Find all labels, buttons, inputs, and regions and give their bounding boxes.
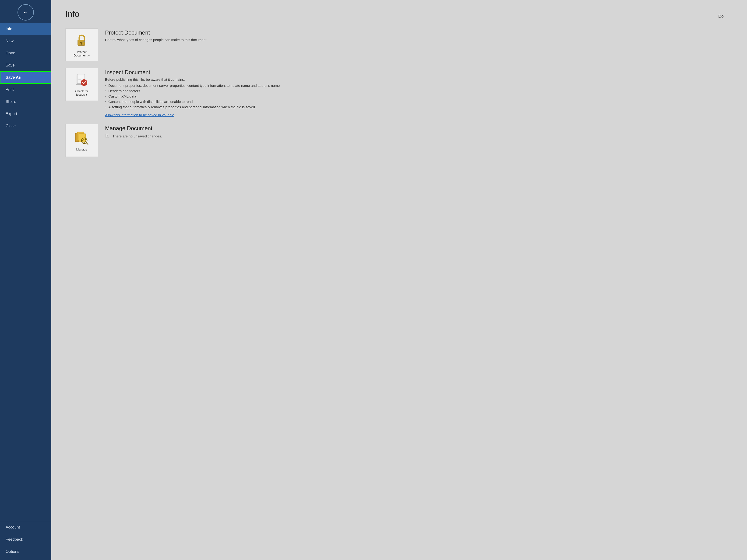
inspect-document-title: Inspect Document — [105, 69, 733, 76]
check-for-issues-button[interactable]: Check forIssues ▾ — [66, 68, 98, 101]
page-title: Info — [66, 9, 733, 19]
unsaved-text: There are no unsaved changes. — [112, 134, 162, 138]
svg-line-18 — [86, 143, 88, 144]
bullet-item-5: A setting that automatically removes pro… — [105, 104, 733, 110]
sidebar-item-options[interactable]: Options — [0, 545, 51, 558]
manage-document-content: Manage Document There are no unsaved cha… — [105, 124, 733, 139]
unsaved-status: There are no unsaved changes. — [105, 133, 733, 139]
inspect-document-card: Check forIssues ▾ Inspect Document Befor… — [66, 68, 733, 117]
sidebar-item-close[interactable]: Close — [0, 120, 51, 132]
svg-rect-20 — [107, 135, 108, 136]
check-for-issues-label: Check forIssues ▾ — [75, 89, 88, 96]
inspect-document-content: Inspect Document Before publishing this … — [105, 68, 733, 117]
bullet-item-3: Custom XML data — [105, 94, 733, 99]
protect-document-card: ProtectDocument ▾ Protect Document Contr… — [66, 28, 733, 61]
bullet-item-2: Headers and footers — [105, 88, 733, 94]
sidebar: ← Info New Open Save Save As Print Share… — [0, 0, 51, 560]
sidebar-item-save[interactable]: Save — [0, 59, 51, 72]
protect-document-title: Protect Document — [105, 29, 733, 36]
manage-document-title: Manage Document — [105, 125, 733, 132]
inspect-bullet-list: Document properties, document server pro… — [105, 83, 733, 110]
inspect-document-desc: Before publishing this file, be aware th… — [105, 77, 733, 81]
manage-icon — [74, 130, 90, 146]
manage-label: Manage — [76, 148, 87, 151]
allow-info-link[interactable]: Allow this information to be saved in yo… — [105, 113, 174, 117]
doc-label: Do — [718, 14, 724, 19]
bullet-item-1: Document properties, document server pro… — [105, 83, 733, 88]
svg-rect-21 — [107, 136, 108, 136]
svg-point-12 — [81, 79, 87, 86]
check-issues-icon — [74, 73, 89, 88]
sidebar-item-export[interactable]: Export — [0, 108, 51, 120]
sidebar-item-print[interactable]: Print — [0, 83, 51, 96]
sidebar-item-info[interactable]: Info — [0, 23, 51, 35]
protect-document-content: Protect Document Control what types of c… — [105, 28, 733, 43]
bullet-item-4: Content that people with disabilities ar… — [105, 99, 733, 104]
no-unsaved-icon — [105, 133, 110, 139]
sidebar-item-account[interactable]: Account — [0, 521, 51, 533]
sidebar-item-feedback[interactable]: Feedback — [0, 533, 51, 545]
protect-document-button[interactable]: ProtectDocument ▾ — [66, 28, 98, 61]
sidebar-item-new[interactable]: New — [0, 35, 51, 47]
sidebar-item-save-as[interactable]: Save As — [0, 72, 51, 83]
protect-document-desc: Control what types of changes people can… — [105, 38, 733, 42]
sidebar-item-open[interactable]: Open — [0, 47, 51, 59]
back-button[interactable]: ← — [18, 4, 34, 21]
nav-items: Info New Open Save Save As Print Share E… — [0, 23, 51, 560]
nav-bottom: Account Feedback Options — [0, 521, 51, 560]
back-arrow-icon: ← — [23, 9, 28, 16]
protect-document-label: ProtectDocument ▾ — [74, 50, 90, 57]
manage-document-card: Manage Manage Document There are no unsa… — [66, 124, 733, 157]
manage-document-button[interactable]: Manage — [66, 124, 98, 157]
main-content: Do Info ProtectDocumen — [51, 0, 747, 560]
lock-key-icon — [74, 32, 90, 49]
sidebar-item-share[interactable]: Share — [0, 96, 51, 108]
